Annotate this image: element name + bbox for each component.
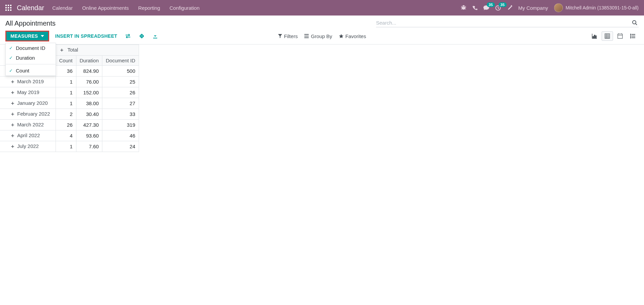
cell-value[interactable]: 500 xyxy=(102,66,139,77)
cell-value[interactable]: 24 xyxy=(102,141,139,152)
apps-icon[interactable] xyxy=(5,5,11,11)
app-brand[interactable]: Calendar xyxy=(17,4,44,12)
cell-value[interactable]: 46 xyxy=(102,130,139,141)
plus-icon: ＋ xyxy=(59,47,64,53)
filters-button[interactable]: Filters xyxy=(278,33,298,39)
main-navbar: Calendar Calendar Online Appointments Re… xyxy=(0,0,644,16)
nav-item-configuration[interactable]: Configuration xyxy=(170,5,200,11)
expand-all-icon[interactable] xyxy=(137,32,146,40)
pivot-data-row: ＋May 2019 1 152.00 26 xyxy=(0,87,139,98)
view-pivot-button[interactable] xyxy=(602,31,613,41)
pivot-row-header[interactable]: ＋January 2020 xyxy=(0,98,56,109)
tools-icon[interactable] xyxy=(507,5,512,10)
svg-rect-8 xyxy=(10,9,11,11)
cell-value[interactable]: 824.90 xyxy=(76,66,102,77)
svg-rect-1 xyxy=(8,5,9,6)
user-name: Mitchell Admin (13853091-15-0-all) xyxy=(566,5,639,10)
measure-label: Document ID xyxy=(16,45,45,51)
user-menu[interactable]: Mitchell Admin (13853091-15-0-all) xyxy=(554,3,639,12)
view-switcher xyxy=(589,31,639,41)
measure-item-count[interactable]: ✓ Count xyxy=(6,66,56,75)
svg-point-10 xyxy=(633,21,636,24)
insert-spreadsheet-button[interactable]: INSERT IN SPREADSHEET xyxy=(54,31,118,41)
cell-value[interactable]: 1 xyxy=(56,77,76,87)
measures-dropdown: ✓ Document ID ✓ Duration ✓ Count xyxy=(5,43,56,76)
measures-label: MEASURES xyxy=(10,33,38,39)
svg-rect-5 xyxy=(10,7,11,8)
svg-rect-15 xyxy=(618,34,622,38)
pivot-view: ＋ Total Count Duration Document ID － 36 … xyxy=(0,44,644,152)
measure-label: Duration xyxy=(16,55,35,61)
cell-value[interactable]: 33 xyxy=(102,109,139,120)
pivot-col-total[interactable]: ＋ Total xyxy=(56,45,139,56)
pivot-row-header[interactable]: ＋March 2022 xyxy=(0,120,56,130)
cell-value[interactable]: 4 xyxy=(56,130,76,141)
cell-value[interactable]: 7.60 xyxy=(76,141,102,152)
messages-icon[interactable]: 35 xyxy=(483,5,489,11)
pivot-measure-count[interactable]: Count xyxy=(56,56,76,66)
cell-value[interactable]: 26 xyxy=(102,87,139,98)
nav-item-online-appointments[interactable]: Online Appointments xyxy=(82,5,129,11)
svg-rect-2 xyxy=(10,5,11,6)
svg-rect-7 xyxy=(8,9,9,11)
pivot-row-header[interactable]: ＋April 2022 xyxy=(0,130,56,141)
pivot-measure-document-id[interactable]: Document ID xyxy=(102,56,139,66)
flip-axis-icon[interactable] xyxy=(123,32,133,40)
cell-value[interactable]: 27 xyxy=(102,98,139,109)
nav-menu: Calendar Online Appointments Reporting C… xyxy=(52,5,461,11)
pivot-row-header[interactable]: ＋February 2022 xyxy=(0,109,56,120)
filter-icon xyxy=(278,34,282,38)
company-switcher[interactable]: My Company xyxy=(518,5,548,11)
group-by-button[interactable]: Group By xyxy=(304,33,332,39)
measures-button[interactable]: MEASURES xyxy=(5,31,49,41)
cell-value[interactable]: 76.00 xyxy=(76,77,102,87)
toolbar-left: MEASURES INSERT IN SPREADSHEET xyxy=(5,31,160,41)
cell-value[interactable]: 30.40 xyxy=(76,109,102,120)
pivot-data-row: ＋April 2022 4 93.60 46 xyxy=(0,130,139,141)
pivot-measure-duration[interactable]: Duration xyxy=(76,56,102,66)
pivot-row-header[interactable]: ＋March 2019 xyxy=(0,77,56,87)
cell-value[interactable]: 26 xyxy=(56,120,76,130)
measure-item-document-id[interactable]: ✓ Document ID xyxy=(6,43,56,53)
svg-rect-0 xyxy=(5,5,7,6)
plus-icon: ＋ xyxy=(10,122,15,127)
cell-value[interactable]: 1 xyxy=(56,87,76,98)
bug-icon[interactable] xyxy=(461,5,466,10)
search-input[interactable] xyxy=(376,20,631,26)
cell-value[interactable]: 1 xyxy=(56,141,76,152)
avatar xyxy=(554,3,563,12)
svg-point-16 xyxy=(630,34,631,35)
nav-item-reporting[interactable]: Reporting xyxy=(138,5,160,11)
cell-value[interactable]: 152.00 xyxy=(76,87,102,98)
view-graph-button[interactable] xyxy=(589,31,600,41)
search-icon[interactable] xyxy=(631,20,639,25)
group-by-label: Group By xyxy=(311,33,332,39)
favorites-label: Favorites xyxy=(345,33,366,39)
view-calendar-button[interactable] xyxy=(614,31,626,41)
pivot-row-header[interactable]: ＋May 2019 xyxy=(0,87,56,98)
svg-point-18 xyxy=(630,37,631,38)
breadcrumb: All Appointments xyxy=(5,20,376,27)
cell-value[interactable]: 2 xyxy=(56,109,76,120)
nav-item-calendar[interactable]: Calendar xyxy=(52,5,73,11)
view-list-button[interactable] xyxy=(627,31,639,41)
cell-value[interactable]: 36 xyxy=(56,66,76,77)
activities-icon[interactable]: 35 xyxy=(495,5,501,11)
cell-value[interactable]: 38.00 xyxy=(76,98,102,109)
svg-rect-11 xyxy=(593,36,594,38)
pivot-data-row: ＋March 2022 26 427.30 319 xyxy=(0,120,139,130)
search-box[interactable] xyxy=(376,20,639,27)
cell-value[interactable]: 1 xyxy=(56,98,76,109)
cell-value[interactable]: 319 xyxy=(102,120,139,130)
cell-value[interactable]: 93.60 xyxy=(76,130,102,141)
measure-item-duration[interactable]: ✓ Duration xyxy=(6,53,56,63)
plus-icon: ＋ xyxy=(10,79,15,84)
svg-rect-4 xyxy=(8,7,9,8)
download-icon[interactable] xyxy=(151,32,160,40)
cell-value[interactable]: 25 xyxy=(102,77,139,87)
pivot-row-header[interactable]: ＋July 2022 xyxy=(0,141,56,152)
favorites-button[interactable]: Favorites xyxy=(339,33,366,39)
pivot-data-row: ＋February 2022 2 30.40 33 xyxy=(0,109,139,120)
cell-value[interactable]: 427.30 xyxy=(76,120,102,130)
phone-icon[interactable] xyxy=(472,5,477,10)
